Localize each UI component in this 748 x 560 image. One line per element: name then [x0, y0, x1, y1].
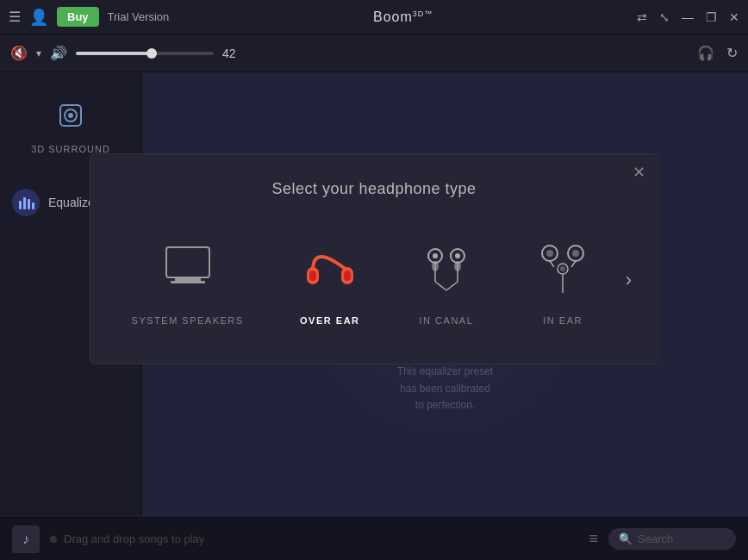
svg-line-31	[571, 261, 576, 267]
search-box[interactable]: 🔍	[608, 528, 736, 550]
titlebar-right: ⇄ ⤡ — ❐ ✕	[637, 10, 739, 24]
drag-drop-label: Drag and drop songs to play	[64, 532, 204, 545]
svg-point-17	[455, 253, 460, 258]
volume-slider[interactable]	[76, 52, 214, 55]
drag-drop-area[interactable]: Drag and drop songs to play	[50, 532, 578, 545]
svg-rect-8	[175, 277, 201, 281]
svg-rect-9	[171, 281, 205, 283]
svg-rect-7	[166, 247, 209, 277]
svg-point-15	[433, 253, 438, 258]
buy-button[interactable]: Buy	[57, 7, 99, 27]
system-speakers-icon	[158, 234, 218, 303]
bottombar: ♪ Drag and drop songs to play ≡ 🔍	[0, 517, 748, 560]
svg-rect-5	[28, 199, 30, 209]
volume-value: 42	[222, 47, 246, 60]
sidebar-item-3dsurround[interactable]: 3D SURROUND	[19, 90, 122, 163]
close-button[interactable]: ✕	[729, 10, 739, 24]
svg-rect-3	[19, 201, 22, 209]
options-list: SYSTEM SPEAKERS	[108, 222, 617, 338]
output-dropdown[interactable]: ▾	[36, 47, 41, 59]
mute-toggle[interactable]: 🔇	[10, 45, 28, 61]
connect-icon[interactable]: ⇄	[637, 10, 647, 24]
trial-version-label: Trial Version	[108, 10, 170, 23]
dialog-close-button[interactable]: ✕	[633, 165, 645, 180]
in-canal-icon	[416, 234, 477, 303]
volume-fill	[76, 52, 152, 55]
svg-point-23	[454, 261, 461, 271]
svg-line-30	[550, 261, 554, 267]
svg-point-25	[546, 250, 553, 257]
hamburger-icon[interactable]: ☰	[9, 9, 21, 25]
svg-point-27	[572, 250, 579, 257]
search-input[interactable]	[638, 532, 724, 545]
svg-rect-13	[344, 271, 351, 281]
dot-decoration	[50, 536, 57, 543]
titlebar-left: ☰ 👤 Buy Trial Version	[9, 7, 169, 27]
headphone-options: SYSTEM SPEAKERS	[108, 222, 640, 338]
search-icon: 🔍	[619, 532, 633, 545]
app-title: Boom3D™	[169, 9, 637, 24]
user-icon[interactable]: 👤	[29, 8, 48, 27]
option-in-ear[interactable]: IN EAR	[515, 222, 610, 338]
headphone-type-dialog: ✕ Select your headphone type SYSTEM SPEA…	[90, 153, 658, 364]
over-ear-label: OVER EAR	[300, 315, 359, 326]
3dsurround-icon	[53, 98, 88, 139]
svg-rect-4	[23, 197, 26, 209]
option-over-ear[interactable]: OVER EAR	[283, 222, 377, 338]
shrink-icon[interactable]: ⤡	[659, 10, 670, 24]
next-arrow[interactable]: ›	[617, 260, 640, 300]
content-description: This equalizer presethas been calibrated…	[388, 364, 502, 414]
in-canal-label: IN CANAL	[420, 315, 474, 326]
boom-logo: Boom3D™	[373, 9, 433, 24]
system-speakers-label: SYSTEM SPEAKERS	[132, 315, 244, 326]
over-ear-icon	[300, 234, 360, 303]
headphone-monitor-icon[interactable]: 🎧	[697, 45, 714, 61]
svg-rect-6	[32, 202, 34, 209]
svg-point-29	[560, 266, 565, 271]
svg-point-22	[432, 261, 439, 271]
svg-line-21	[446, 282, 458, 290]
volume-knob[interactable]	[146, 48, 157, 59]
music-icon[interactable]: ♪	[12, 526, 40, 553]
playlist-icon[interactable]: ≡	[589, 530, 598, 548]
vol-right-controls: 🎧 ↻	[697, 45, 738, 61]
svg-line-20	[435, 282, 446, 290]
minimize-button[interactable]: —	[682, 10, 694, 24]
option-system-speakers[interactable]: SYSTEM SPEAKERS	[115, 222, 261, 338]
in-ear-label: IN EAR	[543, 315, 583, 326]
equalizer-icon	[12, 189, 40, 216]
restore-button[interactable]: ❐	[706, 10, 717, 24]
refresh-icon[interactable]: ↻	[726, 45, 738, 61]
volume-icon: 🔊	[50, 45, 67, 61]
option-in-canal[interactable]: IN CANAL	[399, 222, 494, 338]
in-ear-icon	[533, 234, 593, 303]
titlebar: ☰ 👤 Buy Trial Version Boom3D™ ⇄ ⤡ — ❐ ✕	[0, 0, 748, 34]
svg-rect-12	[309, 271, 316, 281]
volumebar: 🔇 ▾ 🔊 42 🎧 ↻	[0, 34, 748, 72]
dialog-title: Select your headphone type	[108, 180, 640, 198]
svg-point-2	[68, 113, 73, 118]
